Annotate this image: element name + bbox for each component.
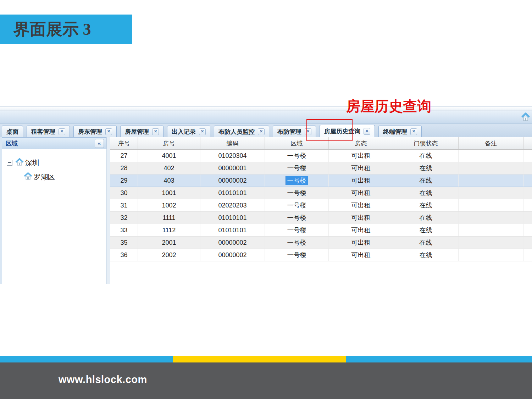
close-icon[interactable]: ✕	[305, 128, 311, 135]
table-row[interactable]: 31100202020203一号楼可出租在线	[110, 199, 532, 212]
tab-landlord-management[interactable]: 房东管理✕	[73, 126, 117, 137]
tree-node-label: 罗湖区	[34, 172, 55, 182]
close-icon[interactable]: ✕	[258, 128, 265, 135]
column-header-3[interactable]: 区域	[265, 137, 329, 149]
stripe-blue-right	[346, 356, 532, 362]
collapse-sidebar-button[interactable]: «	[95, 139, 104, 148]
footer-stripe	[0, 356, 532, 362]
close-icon[interactable]: ✕	[152, 128, 159, 135]
table-cell: 在线	[393, 187, 459, 199]
table-cell: 可出租	[329, 212, 393, 224]
table-row[interactable]: 30100101010101一号楼可出租在线	[110, 187, 532, 199]
tree-node-shenzhen[interactable]: 深圳	[2, 156, 106, 170]
table-cell: 28	[110, 162, 138, 174]
table-row[interactable]: 33111201010101一号楼可出租在线	[110, 224, 532, 237]
table-cell: 可出租	[329, 187, 393, 199]
table-cell: 36	[110, 249, 138, 261]
table-cell: 403	[138, 174, 200, 187]
close-icon[interactable]: ✕	[364, 128, 370, 135]
column-header-6[interactable]: 备注	[459, 137, 523, 149]
table-cell: 可出租	[329, 237, 393, 249]
table-cell: 00000002	[200, 237, 265, 249]
table-row[interactable]: 27400101020304一号楼可出租在线	[110, 150, 532, 162]
column-header-5[interactable]: 门锁状态	[393, 137, 459, 149]
table-body: 27400101020304一号楼可出租在线2840200000001一号楼可出…	[110, 150, 532, 261]
tree-node-luohu-district[interactable]: 罗湖区	[2, 170, 106, 184]
table-cell	[459, 212, 523, 224]
table-cell	[459, 187, 523, 199]
table-cell: 1001	[138, 187, 200, 199]
table-cell	[459, 150, 523, 162]
table-row[interactable]: 2840200000001一号楼可出租在线	[110, 162, 532, 174]
tree-expander-icon[interactable]	[7, 160, 12, 166]
slide: 界面展示 3 房屋历史查询 桌面租客管理✕房东管理✕房屋管理✕出入记录✕布防人员…	[0, 0, 532, 399]
table-cell: 2002	[138, 249, 200, 261]
table-cell: 可出租	[329, 162, 393, 174]
stripe-yellow	[173, 356, 346, 362]
slide-title-banner: 界面展示 3	[0, 15, 132, 44]
table-cell: 在线	[393, 199, 459, 211]
table-header-row: 序号房号编码区域房态门锁状态备注	[110, 137, 532, 150]
table-cell: 一号楼	[265, 237, 329, 249]
column-header-2[interactable]: 编码	[200, 137, 265, 149]
column-header-0[interactable]: 序号	[110, 137, 138, 149]
close-icon[interactable]: ✕	[199, 128, 206, 135]
table-cell: 可出租	[329, 199, 393, 211]
table-cell	[459, 224, 523, 236]
table-cell: 在线	[393, 212, 459, 224]
table-cell: 可出租	[329, 224, 393, 236]
tab-label: 房屋管理	[125, 128, 149, 136]
close-icon[interactable]: ✕	[105, 128, 112, 135]
footer-url: www.hlslock.com	[59, 374, 147, 386]
table-cell: 27	[110, 150, 138, 162]
tab-house-history-query[interactable]: 房屋历史查询✕	[320, 125, 375, 137]
stripe-blue-left	[0, 356, 173, 362]
table-cell: 33	[110, 224, 138, 236]
sidebar-header: 区域 «	[2, 137, 106, 149]
table-cell: 可出租	[329, 150, 393, 162]
table-row[interactable]: 32111101010101一号楼可出租在线	[110, 212, 532, 224]
table-cell: 00000001	[200, 162, 265, 174]
slide-footer: www.hlslock.com	[0, 362, 532, 399]
column-header-1[interactable]: 房号	[138, 137, 200, 149]
table-cell: 29	[110, 174, 138, 187]
window-top-strip	[0, 107, 532, 111]
app-toolbar	[0, 111, 532, 124]
tab-house-management[interactable]: 房屋管理✕	[120, 126, 164, 137]
annotation-text: 房屋历史查询	[346, 96, 431, 116]
table-cell	[459, 174, 523, 187]
tab-guard-personnel-monitor[interactable]: 布防人员监控✕	[214, 126, 269, 137]
table-cell: 4001	[138, 150, 200, 162]
table-cell: 在线	[393, 224, 459, 236]
table-cell: 02020203	[200, 199, 265, 211]
tab-label: 桌面	[6, 128, 18, 136]
tab-terminal-management[interactable]: 终端管理✕	[378, 126, 422, 137]
table-cell	[459, 199, 523, 211]
column-header-4[interactable]: 房态	[329, 137, 393, 149]
table-cell: 一号楼	[265, 212, 329, 224]
table-row[interactable]: 2940300000002一号楼可出租在线	[110, 174, 532, 187]
tab-tenant-management[interactable]: 租客管理✕	[27, 126, 70, 137]
home-icon[interactable]	[521, 112, 530, 122]
app-screenshot: 桌面租客管理✕房东管理✕房屋管理✕出入记录✕布防人员监控✕布防管理✕房屋历史查询…	[0, 106, 532, 284]
table-cell: 一号楼	[265, 174, 329, 187]
page-title: 界面展示 3	[0, 15, 132, 44]
selected-cell-value: 一号楼	[286, 176, 308, 185]
sidebar-splitter[interactable]	[106, 137, 110, 284]
main-area: 区域 « 深圳罗湖区 序号房号编码区域房态门锁状态备注 274001010203…	[0, 137, 532, 284]
table-cell: 32	[110, 212, 138, 224]
table-cell: 01010101	[200, 212, 265, 224]
table-row[interactable]: 35200100000002一号楼可出租在线	[110, 237, 532, 249]
tab-bar: 桌面租客管理✕房东管理✕房屋管理✕出入记录✕布防人员监控✕布防管理✕房屋历史查询…	[0, 124, 532, 138]
tab-access-records[interactable]: 出入记录✕	[167, 126, 210, 137]
table-cell: 在线	[393, 174, 459, 187]
tab-guard-management[interactable]: 布防管理✕	[273, 126, 316, 137]
table-row[interactable]: 36200200000002一号楼可出租在线	[110, 249, 532, 261]
tab-desktop[interactable]: 桌面	[2, 126, 23, 137]
tree-node-label: 深圳	[25, 158, 39, 168]
column-header-filler	[523, 137, 532, 149]
close-icon[interactable]: ✕	[410, 128, 417, 135]
table-cell: 01020304	[200, 150, 265, 162]
close-icon[interactable]: ✕	[59, 128, 65, 135]
table-cell: 30	[110, 187, 138, 199]
